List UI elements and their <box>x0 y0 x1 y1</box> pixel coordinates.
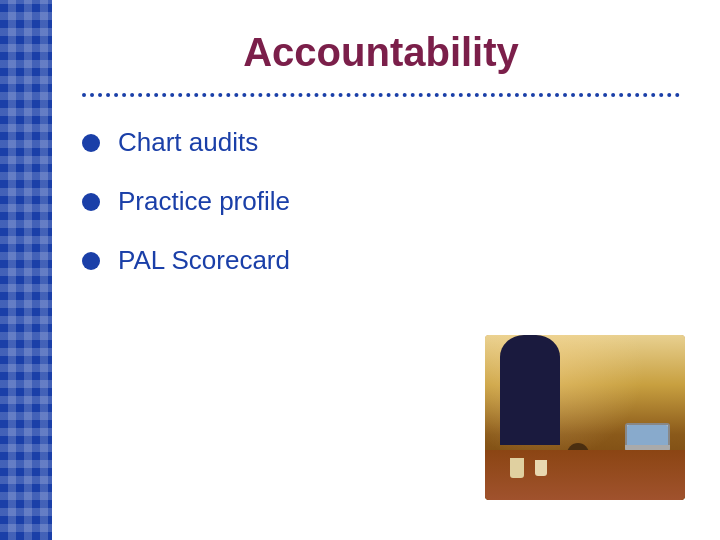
sidebar-pattern <box>0 0 52 540</box>
bullet-text-2: Practice profile <box>118 186 290 217</box>
slide-title: Accountability <box>82 30 680 75</box>
bullet-dot-3 <box>82 252 100 270</box>
bullet-item-2: Practice profile <box>82 186 680 217</box>
bullet-text-3: PAL Scorecard <box>118 245 290 276</box>
bullet-dot-1 <box>82 134 100 152</box>
bullet-item-1: Chart audits <box>82 127 680 158</box>
slide-content: Accountability Chart audits Practice pro… <box>52 0 720 540</box>
bullet-dot-2 <box>82 193 100 211</box>
divider <box>82 93 680 97</box>
sidebar-decoration <box>0 0 52 540</box>
bullet-text-1: Chart audits <box>118 127 258 158</box>
meeting-photo <box>485 335 685 500</box>
bullet-item-3: PAL Scorecard <box>82 245 680 276</box>
table <box>485 450 685 500</box>
bullet-list: Chart audits Practice profile PAL Scorec… <box>82 127 680 276</box>
person-left <box>500 335 560 465</box>
